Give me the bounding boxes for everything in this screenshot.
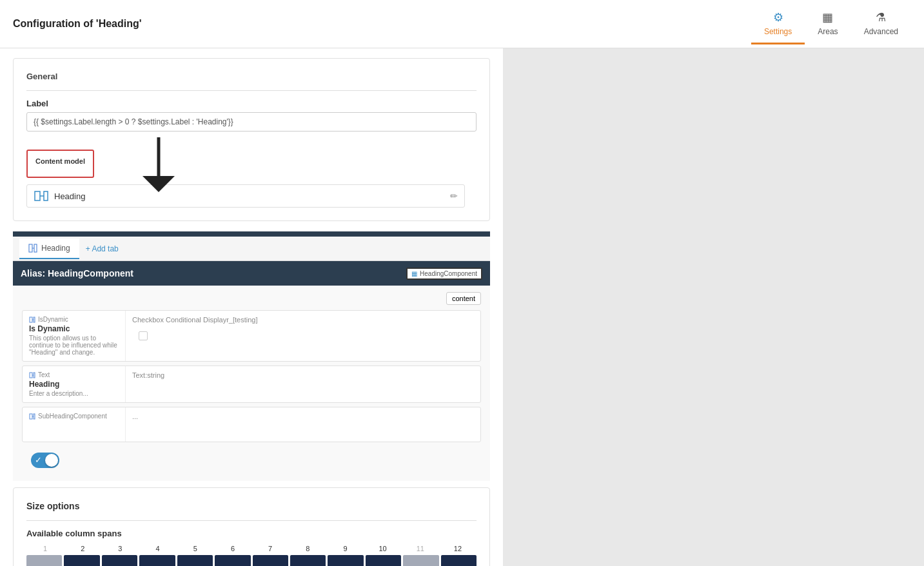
- col-num-12: 12: [439, 545, 477, 552]
- svg-rect-6: [29, 244, 32, 252]
- item-desc: This option allows us to continue to be …: [29, 335, 119, 356]
- general-section-label: General: [26, 72, 477, 81]
- col-block-8[interactable]: [290, 555, 326, 566]
- col-num-9: 9: [326, 545, 364, 552]
- toggle-row: ✓: [22, 446, 481, 474]
- comp-tab-label: Heading: [41, 244, 70, 253]
- tab-areas[interactable]: ▦ Areas: [805, 4, 850, 44]
- list-item: SubHeadingComponent ...: [22, 407, 481, 442]
- svg-rect-9: [30, 317, 32, 322]
- item-desc: Enter a description...: [29, 390, 119, 397]
- toggle-check-icon: ✓: [35, 455, 42, 465]
- col-block-10[interactable]: [366, 555, 401, 566]
- size-options-title: Size options: [26, 501, 477, 511]
- col-num-10: 10: [364, 545, 402, 552]
- page-title: Configuration of 'Heading': [13, 18, 142, 30]
- col-num-1: 1: [26, 545, 64, 552]
- tab-bar: ⚙ Settings ▦ Areas ⚗ Advanced: [751, 4, 911, 44]
- add-tab-button[interactable]: + Add tab: [79, 239, 125, 259]
- content-model-label: Content model: [35, 157, 85, 165]
- col-block-6[interactable]: [215, 555, 250, 566]
- alias-badge-text: HeadingComponent: [420, 270, 477, 277]
- edit-icon[interactable]: ✏: [450, 191, 458, 201]
- right-panel: [503, 48, 924, 566]
- col-num-11: 11: [402, 545, 439, 552]
- item-right-type: Checkbox Conditional Displayr_[testing]: [132, 316, 474, 324]
- label-field-label: Label: [26, 99, 477, 108]
- alias-badge-icon: ▦: [411, 270, 417, 277]
- col-block-9[interactable]: [328, 555, 363, 566]
- alias-text: Alias: HeadingComponent: [21, 268, 133, 278]
- areas-icon: ▦: [822, 10, 833, 24]
- heading-row-icon: [34, 190, 49, 202]
- item-title: Is Dynamic: [29, 324, 119, 333]
- item-type-name: SubHeadingComponent: [29, 413, 119, 420]
- svg-marker-2: [143, 176, 175, 192]
- alias-bar: Alias: HeadingComponent ▦ HeadingCompone…: [13, 261, 490, 286]
- col-num-6: 6: [214, 545, 251, 552]
- svg-rect-14: [34, 373, 35, 378]
- arrow-annotation: [136, 134, 181, 194]
- col-num-4: 4: [139, 545, 177, 552]
- col-num-2: 2: [64, 545, 101, 552]
- col-block-5[interactable]: [177, 555, 213, 566]
- comp-tab-heading[interactable]: Heading: [19, 239, 79, 259]
- checkbox[interactable]: [139, 331, 148, 340]
- svg-rect-8: [34, 244, 37, 252]
- col-num-7: 7: [251, 545, 289, 552]
- col-num-3: 3: [101, 545, 139, 552]
- columns-grid: [26, 555, 477, 566]
- svg-rect-11: [34, 317, 35, 322]
- col-num-5: 5: [177, 545, 214, 552]
- size-options-card: Size options Available column spans 1 2 …: [13, 487, 490, 566]
- tab-areas-label: Areas: [818, 27, 838, 36]
- col-block-11[interactable]: [403, 555, 438, 566]
- toggle[interactable]: ✓: [31, 453, 59, 468]
- toggle-knob: [45, 454, 58, 467]
- item-right-type: ...: [132, 413, 474, 420]
- tab-advanced[interactable]: ⚗ Advanced: [851, 4, 911, 44]
- comp-tab-icon: [28, 244, 37, 253]
- item-right-type: Text:string: [132, 371, 474, 379]
- col-block-12[interactable]: [441, 555, 477, 566]
- checkbox-area: [132, 326, 474, 346]
- svg-rect-12: [30, 373, 32, 378]
- tab-settings[interactable]: ⚙ Settings: [751, 4, 805, 44]
- col-block-7[interactable]: [253, 555, 288, 566]
- item-title: Heading: [29, 380, 119, 389]
- tab-settings-label: Settings: [764, 27, 792, 36]
- col-block-1[interactable]: [26, 555, 62, 566]
- content-model-box: Content model: [26, 150, 94, 178]
- list-item: IsDynamic Is Dynamic This option allows …: [22, 310, 481, 362]
- col-block-3[interactable]: [102, 555, 137, 566]
- dark-separator-bar: [13, 231, 490, 237]
- column-spans-title: Available column spans: [26, 529, 477, 538]
- tab-advanced-label: Advanced: [864, 27, 898, 36]
- heading-row-text: Heading: [54, 191, 450, 201]
- settings-icon: ⚙: [773, 10, 783, 24]
- svg-rect-5: [44, 191, 48, 200]
- label-input[interactable]: [26, 112, 477, 132]
- advanced-icon: ⚗: [876, 10, 886, 24]
- general-card: General Label Content model: [13, 58, 490, 221]
- item-type-name: Text: [29, 371, 119, 378]
- heading-row[interactable]: Heading ✏: [26, 184, 465, 208]
- component-tab-bar: Heading + Add tab: [13, 237, 490, 261]
- col-block-4[interactable]: [139, 555, 175, 566]
- alias-badge: ▦ HeadingComponent: [406, 268, 482, 280]
- content-section: content IsDynamic Is Dynamic This option…: [13, 286, 490, 481]
- list-item: Text Heading Enter a description... Text…: [22, 366, 481, 403]
- svg-rect-17: [34, 414, 35, 419]
- column-numbers: 1 2 3 4 5 6 7 8 9 10 11 12: [26, 545, 477, 552]
- col-num-8: 8: [289, 545, 326, 552]
- col-block-2[interactable]: [64, 555, 99, 566]
- svg-rect-15: [30, 414, 32, 419]
- svg-rect-3: [35, 191, 40, 200]
- content-button[interactable]: content: [446, 292, 481, 305]
- item-type-name: IsDynamic: [29, 316, 119, 323]
